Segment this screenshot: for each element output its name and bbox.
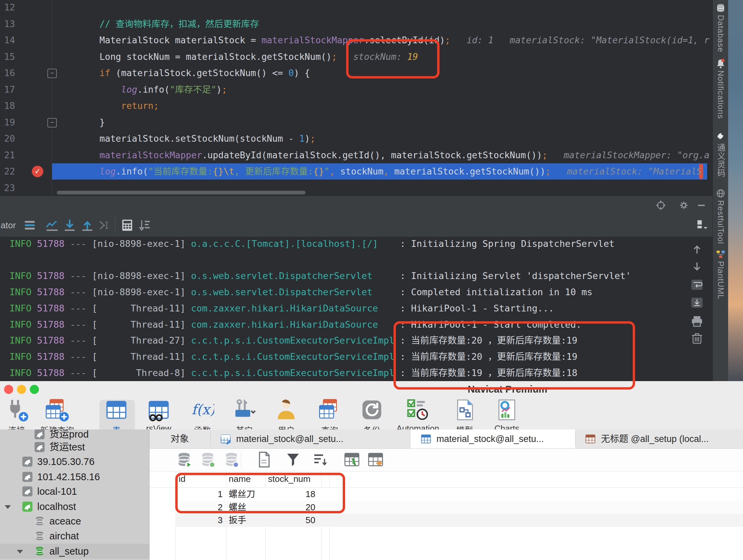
db-green-icon[interactable] bbox=[199, 451, 217, 468]
tree-item-101.42.158.16[interactable]: 101.42.158.16 bbox=[0, 469, 149, 484]
code-token: , bbox=[383, 166, 394, 177]
charts-icon bbox=[481, 397, 532, 423]
line-number: 22 bbox=[4, 163, 28, 180]
code-token: materialStockMapper bbox=[99, 150, 202, 160]
line-number: 20 bbox=[4, 131, 28, 147]
table-blue-icon bbox=[420, 433, 432, 445]
console-token: --- bbox=[70, 351, 92, 362]
panel-layout-icon[interactable] bbox=[695, 218, 710, 233]
layers-icon[interactable] bbox=[22, 218, 37, 233]
minimize-button[interactable] bbox=[17, 385, 26, 394]
tree-item-local-101[interactable]: local-101 bbox=[0, 484, 149, 499]
code-token: ; bbox=[542, 150, 547, 160]
db-blue-icon[interactable] bbox=[223, 451, 240, 468]
console-line: INFO 51788 --- [nio-8898-exec-1] o.a.c.c… bbox=[9, 237, 614, 252]
tool-window-button-2[interactable]: Notifications bbox=[713, 58, 728, 119]
fold-marker-icon[interactable]: − bbox=[47, 69, 57, 78]
down-arrow-icon[interactable] bbox=[690, 260, 704, 273]
code-token bbox=[99, 100, 121, 111]
code-line: } bbox=[99, 114, 105, 131]
tool-window-button-1[interactable]: Database bbox=[713, 3, 728, 52]
console-token: c.c.t.p.s.i.CustomExecutorServiceImpl bbox=[191, 351, 400, 362]
console-token: : Initializing Servlet 'dispatcherServle… bbox=[400, 271, 631, 281]
db-run-icon[interactable] bbox=[175, 451, 193, 468]
code-token: ; bbox=[545, 166, 551, 177]
console-token: com.zaxxer.hikari.HikariDataSource bbox=[191, 303, 400, 313]
console-token: [ Thread-8] bbox=[92, 368, 191, 378]
trash-icon[interactable] bbox=[690, 331, 704, 345]
up-arrow-icon[interactable] bbox=[690, 243, 704, 256]
code-token: log bbox=[99, 166, 116, 177]
table-row[interactable] bbox=[175, 514, 743, 527]
tree-item-货运test[interactable]: 货运test bbox=[0, 440, 149, 454]
fold-marker-icon[interactable]: − bbox=[47, 118, 57, 127]
tree-item-all_setup[interactable]: all_setup bbox=[0, 544, 149, 559]
annotation-box-stocknum bbox=[346, 39, 440, 78]
chevron-down-icon[interactable] bbox=[5, 505, 11, 509]
tab-2[interactable]: material_stock@all_setu... bbox=[210, 429, 411, 448]
code-token: "当前库存数量: bbox=[148, 166, 213, 177]
target-icon[interactable] bbox=[655, 200, 667, 211]
code-token: materialStock: "MaterialStock(id=1, r bbox=[510, 35, 710, 45]
export-table-icon[interactable] bbox=[367, 451, 384, 468]
console-token: --- bbox=[70, 319, 92, 330]
download-icon[interactable] bbox=[62, 218, 77, 233]
filter-icon[interactable] bbox=[284, 451, 302, 468]
tab-bar: 对象material_stock@all_setu...material_sto… bbox=[150, 429, 743, 449]
gear-icon[interactable] bbox=[678, 200, 690, 211]
console-token: --- bbox=[70, 238, 92, 249]
diff-icon[interactable] bbox=[137, 218, 152, 233]
console-token: : HikariPool-1 - Starting... bbox=[400, 303, 554, 313]
tab-1[interactable]: 对象 bbox=[154, 429, 210, 448]
right-tool-window-bar: DatabaseNotifications通义灵码RestfulToolPlan… bbox=[713, 0, 728, 381]
code-token: if bbox=[99, 68, 110, 78]
code-token: "库存不足" bbox=[170, 84, 216, 95]
code-token: \t bbox=[223, 166, 234, 177]
tree-item-localhost[interactable]: localhost bbox=[0, 499, 149, 514]
desktop-wallpaper bbox=[728, 0, 743, 381]
editor-horizontal-scrollbar[interactable] bbox=[57, 191, 306, 194]
breakpoint-icon[interactable]: ✓ bbox=[32, 166, 43, 177]
tree-item-39.105.30.76[interactable]: 39.105.30.76 bbox=[0, 454, 149, 469]
tool-window-button-5[interactable]: PlantUML bbox=[713, 249, 728, 299]
annotation-box-console bbox=[393, 321, 635, 390]
code-editor[interactable]: 1213// 查询物料库存，扣减，然后更新库存14MaterialStock m… bbox=[0, 0, 713, 195]
console-token: o.s.web.servlet.DispatcherServlet bbox=[191, 287, 400, 297]
softwrap-icon[interactable] bbox=[690, 278, 704, 291]
tree-item-airchat[interactable]: airchat bbox=[0, 529, 149, 543]
debug-panel-header bbox=[0, 195, 713, 214]
bell-icon bbox=[715, 58, 726, 69]
printer-icon[interactable] bbox=[690, 314, 704, 328]
tool-window-button-4[interactable]: RestfulTool bbox=[713, 188, 728, 244]
maximize-button[interactable] bbox=[30, 385, 39, 394]
minimize-icon[interactable] bbox=[696, 200, 707, 211]
backup-icon bbox=[346, 397, 397, 423]
code-token: materialStock: "MaterialS bbox=[567, 166, 702, 177]
chevron-down-icon[interactable] bbox=[17, 550, 23, 554]
annotation-box-table bbox=[175, 473, 345, 513]
chart-arrow-icon[interactable] bbox=[45, 218, 60, 233]
tab-3[interactable]: material_stock@all_setu... bbox=[411, 429, 575, 448]
sort-icon[interactable] bbox=[311, 451, 328, 468]
code-token: (materialStock.getStockNum() <= bbox=[110, 68, 289, 78]
console-token: INFO bbox=[9, 287, 37, 297]
code-token: log bbox=[121, 84, 137, 95]
close-button[interactable] bbox=[4, 385, 13, 394]
import-icon[interactable] bbox=[97, 218, 112, 233]
console-token: [ Thread-11] bbox=[92, 319, 191, 330]
new-doc-icon[interactable] bbox=[255, 451, 273, 468]
tool-window-button-3[interactable]: 通义灵码 bbox=[713, 131, 728, 177]
calculator-icon[interactable] bbox=[120, 218, 135, 233]
code-token: .info( bbox=[116, 166, 148, 177]
console-token: INFO bbox=[9, 303, 37, 313]
tab-4[interactable]: 无标题 @all_setup (local... bbox=[575, 429, 743, 448]
import-table-icon[interactable] bbox=[343, 451, 361, 468]
tree-item-aceace[interactable]: aceace bbox=[0, 514, 149, 529]
line-number: 21 bbox=[4, 147, 28, 163]
upload-icon[interactable] bbox=[80, 218, 95, 233]
console-token: 51788 bbox=[37, 238, 70, 249]
scroll-to-end-icon[interactable] bbox=[690, 296, 704, 309]
console-token: --- bbox=[70, 335, 92, 346]
connection-tree[interactable]: 货运prod货运test39.105.30.76101.42.158.16loc… bbox=[0, 429, 150, 560]
console-token: INFO bbox=[9, 271, 37, 281]
